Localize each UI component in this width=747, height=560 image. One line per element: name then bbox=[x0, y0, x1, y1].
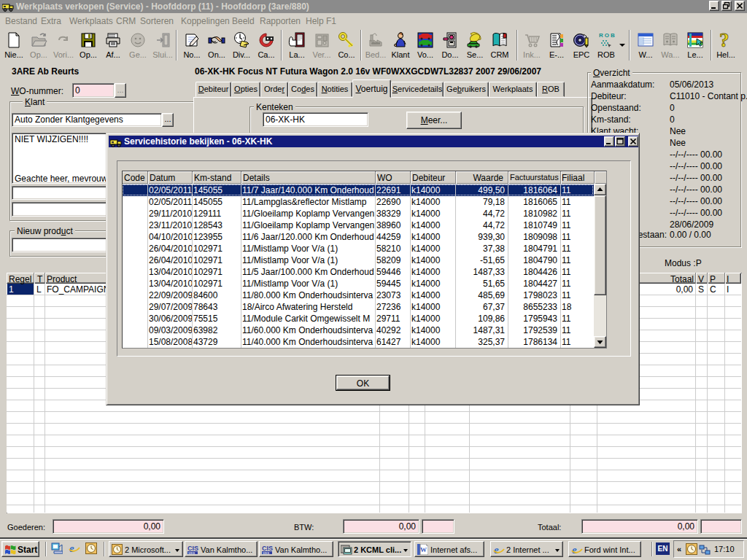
svg-text:e: e bbox=[69, 542, 74, 554]
svg-text:?: ? bbox=[719, 31, 729, 49]
svg-text:WEB: WEB bbox=[263, 551, 269, 555]
svg-text:ROB: ROB bbox=[599, 32, 615, 39]
svg-text:W: W bbox=[420, 546, 427, 553]
svg-text:WEB: WEB bbox=[188, 551, 195, 555]
svg-text:e: e bbox=[572, 544, 577, 556]
svg-text:e: e bbox=[494, 544, 499, 556]
